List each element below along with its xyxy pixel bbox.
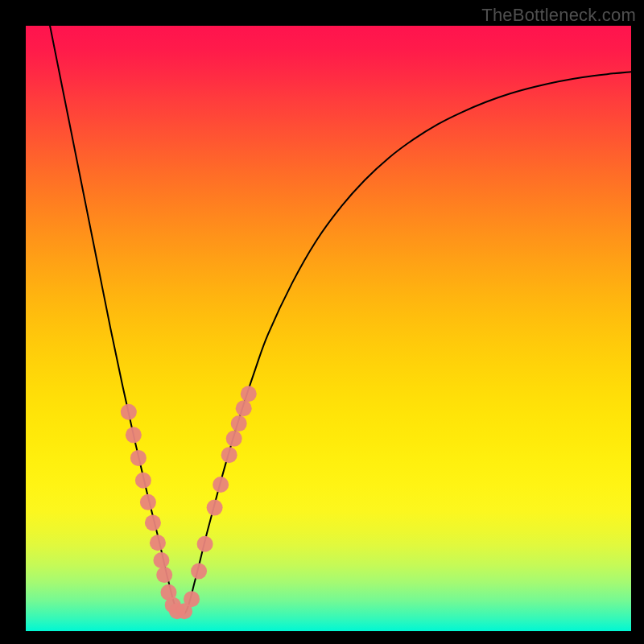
highlight-dot bbox=[130, 450, 147, 466]
highlight-dot bbox=[140, 494, 156, 510]
highlight-dot bbox=[121, 404, 137, 420]
highlight-dot bbox=[184, 591, 200, 607]
highlight-dot bbox=[145, 514, 161, 530]
highlight-dot bbox=[221, 447, 237, 463]
highlight-dot bbox=[191, 564, 207, 580]
highlight-dot bbox=[135, 473, 151, 489]
highlight-dot bbox=[241, 386, 257, 402]
chart-frame: TheBottleneck.com bbox=[0, 0, 644, 644]
highlight-dot bbox=[156, 567, 172, 583]
highlight-dot bbox=[126, 427, 142, 443]
highlight-dot bbox=[197, 536, 213, 552]
highlight-dot bbox=[153, 552, 169, 568]
highlight-dot bbox=[236, 400, 252, 416]
watermark-text: TheBottleneck.com bbox=[481, 5, 636, 26]
highlight-dots-group bbox=[121, 386, 257, 619]
highlight-dot bbox=[150, 535, 166, 551]
plot-area bbox=[26, 26, 631, 631]
highlight-dot bbox=[207, 500, 223, 516]
chart-svg bbox=[26, 26, 631, 631]
bottleneck-curve bbox=[50, 26, 631, 615]
highlight-dot bbox=[231, 415, 247, 431]
highlight-dot bbox=[213, 477, 229, 493]
highlight-dot bbox=[226, 431, 242, 447]
